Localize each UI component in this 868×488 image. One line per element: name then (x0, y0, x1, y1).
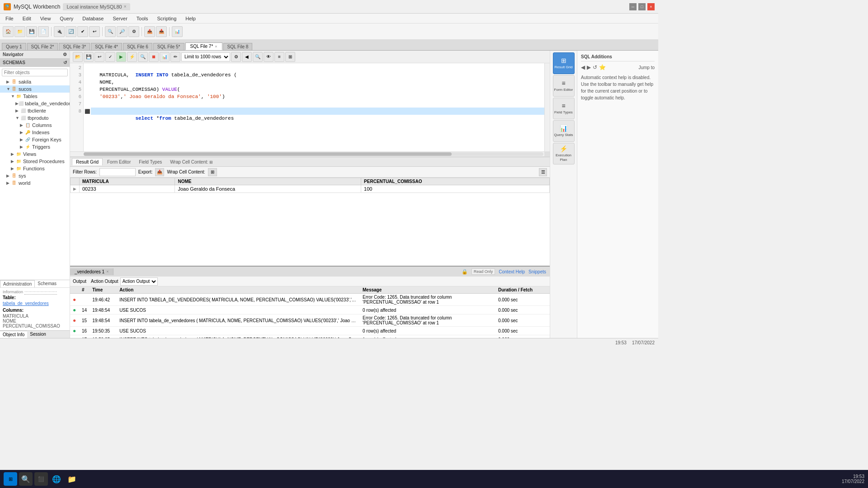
save-script-btn[interactable]: 📄 (38, 26, 49, 37)
menu-database[interactable]: Database (80, 15, 105, 22)
result-grid-tab[interactable]: Result Grid (72, 158, 103, 165)
new-connection-btn[interactable]: 🏠 (3, 26, 14, 37)
tree-item-sys[interactable]: ▶ 🗄 sys (0, 172, 70, 179)
menu-query[interactable]: Query (58, 15, 75, 22)
sqlfile7-tab[interactable]: SQL File 7* × (185, 42, 222, 50)
export-btn[interactable]: 📤 (144, 26, 155, 37)
sqlfile2-tab[interactable]: SQL File 2* (27, 43, 58, 50)
save-sql-btn[interactable]: 💾 (84, 52, 94, 62)
filter-rows-input[interactable] (99, 168, 136, 176)
inspect-btn[interactable]: 🔎 (117, 26, 127, 37)
tree-item-tables[interactable]: ▼ 📁 Tables (0, 93, 70, 100)
collapse-btn[interactable]: ⊞ (285, 52, 295, 62)
tree-item-views[interactable]: ▶ 📁 Views (0, 150, 70, 158)
form-editor-tab[interactable]: Form Editor (104, 159, 134, 165)
beautify-btn[interactable]: ✏ (170, 52, 180, 62)
open-sql-btn[interactable]: 📂 (73, 52, 83, 62)
stop-btn[interactable]: ⏹ (149, 52, 159, 62)
reconnect-btn[interactable]: 🔌 (54, 26, 65, 37)
action-output-select[interactable]: Action Output Text Output (120, 277, 158, 286)
editor-hscrollbar[interactable] (70, 151, 550, 157)
tab-close-icon[interactable]: × (124, 4, 127, 9)
tree-item-tbcliente[interactable]: ▶ ⬜ tbcliente (0, 107, 70, 114)
open-file-btn[interactable]: 📁 (14, 26, 25, 37)
exec-plan-right-btn[interactable]: ⚡ Execution Plan (553, 143, 575, 164)
tree-item-indexes[interactable]: ▶ 🔑 Indexes (0, 129, 70, 136)
sqlfile4-tab[interactable]: SQL File 4* (91, 43, 122, 50)
explain-btn[interactable]: 🔍 (138, 52, 148, 62)
tree-item-columns[interactable]: ▶ 📋 Columns (0, 122, 70, 129)
optimize-btn[interactable]: ⚙ (231, 52, 241, 62)
instance-tab[interactable]: Local instance MySQL80 × (63, 3, 130, 10)
save-btn[interactable]: 💾 (26, 26, 37, 37)
administration-tab[interactable]: Administration (0, 280, 35, 287)
search-btn[interactable]: 🔍 (105, 26, 116, 37)
import-btn[interactable]: 📥 (156, 26, 167, 37)
performance-btn[interactable]: 📊 (172, 26, 183, 37)
tree-item-stored-procedures[interactable]: ▶ 📁 Stored Procedures (0, 158, 70, 165)
field-types-right-btn[interactable]: ≡ Field Types (553, 98, 575, 119)
invisible-btn[interactable]: 👁 (264, 52, 274, 62)
nav-prev-icon[interactable]: ◀ (581, 64, 585, 70)
sidebar-gear-icon[interactable]: ⚙ (63, 52, 67, 57)
tree-item-world[interactable]: ▶ 🗄 world (0, 179, 70, 187)
sqlfile3-tab[interactable]: SQL File 3* (59, 43, 90, 50)
find-btn[interactable]: 🔍 (253, 52, 263, 62)
schemas-tab[interactable]: Schemas (35, 280, 59, 287)
menu-file[interactable]: File (4, 15, 15, 22)
menu-tools[interactable]: Tools (135, 15, 150, 22)
filter-input[interactable] (2, 69, 68, 76)
commit-btn[interactable]: ✔ (77, 26, 88, 37)
tree-item-triggers[interactable]: ▶ ⚡ Triggers (0, 143, 70, 150)
jump-to-label[interactable]: Jump to (638, 65, 655, 70)
wrap-cell-button[interactable]: ⊞ (208, 168, 217, 176)
nav-next-icon[interactable]: ▶ (587, 64, 591, 70)
sqlfile6-tab[interactable]: SQL File 6 (123, 43, 152, 50)
export-button[interactable]: 📤 (155, 168, 164, 176)
context-btn[interactable]: ≡ (274, 52, 284, 62)
nav-refresh-icon[interactable]: ↺ (593, 64, 597, 70)
menu-server[interactable]: Server (111, 15, 129, 22)
settings-btn[interactable]: ⚙ (128, 26, 139, 37)
context-help-label[interactable]: Context Help (499, 269, 525, 274)
table-name-link[interactable]: tabela_de_vendedores (3, 301, 67, 306)
query-stats-right-btn[interactable]: 📊 Query Stats (553, 120, 575, 142)
tree-item-tabela-vendedores[interactable]: ▶ ⬜ tabela_de_vendedores (0, 100, 70, 107)
menu-edit[interactable]: Edit (21, 15, 33, 22)
rollback-btn[interactable]: ↩ (89, 26, 100, 37)
execute-line-btn[interactable]: ⚡ (127, 52, 137, 62)
commit-sql-btn[interactable]: ✓ (105, 52, 115, 62)
menu-view[interactable]: View (38, 15, 53, 22)
close-button[interactable]: × (647, 3, 655, 10)
sqlfile8-tab[interactable]: SQL File 8 (223, 43, 253, 50)
execute-btn[interactable]: ▶ (116, 52, 126, 62)
grid-toggle-btn[interactable]: ☰ (539, 168, 547, 176)
menu-help[interactable]: Help (184, 15, 198, 22)
format-btn[interactable]: ◀ (242, 52, 252, 62)
tree-item-foreignkeys[interactable]: ▶ 🔗 Foreign Keys (0, 136, 70, 143)
tree-item-sucos[interactable]: ▼ 🗄 sucos (0, 85, 70, 93)
refresh-btn[interactable]: 🔄 (66, 26, 76, 37)
tree-item-tbproduto[interactable]: ▼ ⬜ tbproduto (0, 114, 70, 122)
tab7-close-icon[interactable]: × (215, 44, 217, 49)
nav-bookmark-icon[interactable]: ⭐ (599, 64, 606, 70)
snippets-label[interactable]: Snippets (528, 269, 546, 274)
menu-scripting[interactable]: Scripting (156, 15, 179, 22)
toggle-output-btn[interactable]: 📊 (160, 52, 170, 62)
session-tab[interactable]: Session (27, 331, 49, 338)
refresh-sql-btn[interactable]: ↩ (94, 52, 104, 62)
wrap-cell-tab[interactable]: Wrap Cell Content: ⊞ (166, 159, 217, 165)
output-tab[interactable]: _vendedores 1 × (70, 268, 113, 275)
query1-tab[interactable]: Query 1 (2, 43, 26, 50)
output-tab-close[interactable]: × (106, 269, 108, 274)
maximize-button[interactable]: □ (638, 3, 646, 10)
editor-scrollbar[interactable] (544, 63, 550, 151)
limit-rows-select[interactable]: Limit to 1000 rows Limit to 200 rows Don… (181, 52, 230, 61)
tree-item-functions[interactable]: ▶ 📁 Functions (0, 165, 70, 172)
field-types-tab[interactable]: Field Types (135, 159, 165, 165)
sqlfile5-tab[interactable]: SQL File 5* (153, 43, 184, 50)
result-grid-right-btn[interactable]: ⊞ Result Grid (553, 52, 575, 74)
object-info-tab[interactable]: Object Info (0, 331, 27, 338)
code-content[interactable]: INSERT INTO tabela_de_vendedores ( MATRI… (91, 63, 544, 151)
tree-item-sakila[interactable]: ▶ 🗄 sakila (0, 78, 70, 85)
